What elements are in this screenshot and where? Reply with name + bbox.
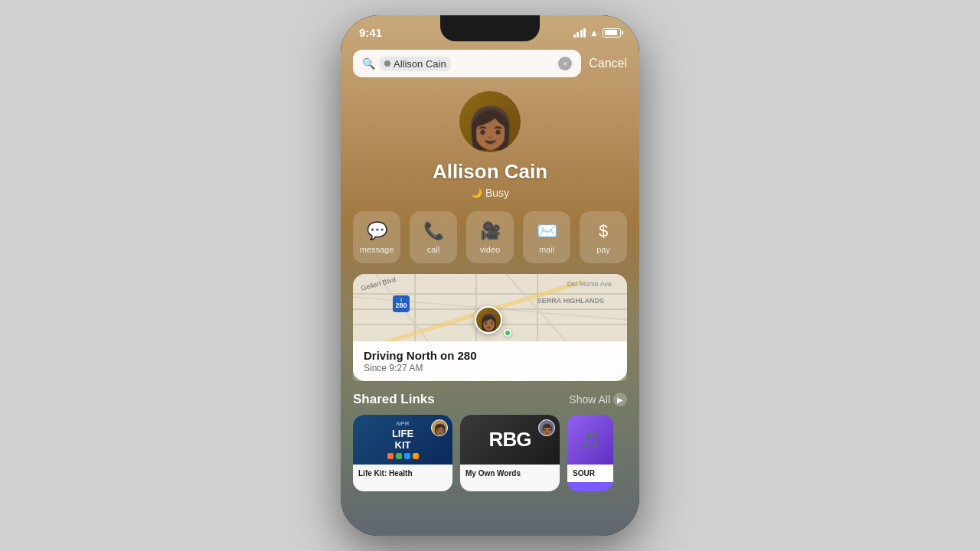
mail-label: mail <box>539 245 554 254</box>
profile-section: 👩🏾 Allison Cain 🌙 Busy <box>341 83 639 211</box>
clear-icon: × <box>563 60 567 68</box>
video-icon: 🎥 <box>480 221 501 241</box>
shared-links-scroll: NPR LIFE KIT <box>353 415 627 491</box>
action-buttons: 💬 message 📞 call 🎥 video ✉️ mail $ pay <box>341 211 639 274</box>
link-card-my-words[interactable]: RBG 👨🏾 My Own Words <box>460 415 560 491</box>
moon-icon: 🌙 <box>471 187 482 198</box>
show-all-button[interactable]: Show All ▶ <box>569 393 627 406</box>
my-words-card-text: My Own Words <box>460 465 560 482</box>
mail-icon: ✉️ <box>537 221 557 241</box>
status-indicator: 🌙 Busy <box>471 187 509 199</box>
pay-icon: $ <box>599 221 608 241</box>
contact-name: Allison Cain <box>433 160 547 184</box>
life-kit-card-text: Life Kit: Health <box>353 465 452 482</box>
map-label-3: SERRA HIGHLANDS <box>537 297 604 305</box>
sour-card-image: 🎵 <box>567 415 613 465</box>
search-clear-button[interactable]: × <box>558 57 572 70</box>
message-button[interactable]: 💬 message <box>353 211 400 263</box>
shared-links-title: Shared Links <box>353 392 435 407</box>
phone-screen: 9:41 ▲ 🔍 Allison Cain <box>341 15 639 536</box>
search-contact-tag: Allison Cain <box>380 57 451 71</box>
pay-label: pay <box>596 245 610 254</box>
map-label-2: Del Monte Ave <box>567 280 612 288</box>
video-label: video <box>480 245 500 254</box>
wifi-icon: ▲ <box>590 28 599 38</box>
show-all-icon: ▶ <box>613 393 627 406</box>
show-all-label: Show All <box>569 393 610 406</box>
svg-line-1 <box>506 274 567 343</box>
map-user-avatar: 👩🏾 <box>475 306 502 334</box>
signal-bars-icon <box>573 28 586 37</box>
phone-frame: 9:41 ▲ 🔍 Allison Cain <box>341 15 639 536</box>
search-container: 🔍 Allison Cain × Cancel <box>341 44 639 83</box>
link-card-life-kit[interactable]: NPR LIFE KIT <box>353 415 452 491</box>
map-time-text: Since 9:27 AM <box>364 363 616 373</box>
sour-card-text: SOUR <box>567 465 613 482</box>
pay-button[interactable]: $ pay <box>580 211 627 263</box>
link-card-my-words-image: RBG 👨🏾 <box>460 415 560 465</box>
message-icon: 💬 <box>367 221 387 241</box>
map-overlay: Driving North on 280 Since 9:27 AM <box>353 341 627 381</box>
avatar: 👩🏾 <box>459 91 521 152</box>
message-label: message <box>360 245 394 254</box>
mail-button[interactable]: ✉️ mail <box>523 211 570 263</box>
search-bar[interactable]: 🔍 Allison Cain × <box>353 50 581 77</box>
contact-dot <box>384 60 390 67</box>
search-icon: 🔍 <box>362 57 375 70</box>
battery-icon <box>603 28 621 37</box>
life-kit-title: Life Kit: Health <box>358 468 447 478</box>
sour-title: SOUR <box>573 468 608 478</box>
search-contact-name: Allison Cain <box>394 58 446 70</box>
cancel-button[interactable]: Cancel <box>589 57 627 70</box>
status-text: Busy <box>485 187 509 199</box>
call-icon: 📞 <box>423 221 444 241</box>
my-words-sender-avatar: 👨🏾 <box>538 419 555 436</box>
highway-badge: I 280 <box>393 295 410 312</box>
notch <box>440 15 540 41</box>
life-kit-sender-avatar: 👩🏾 <box>431 419 448 436</box>
map-location-pin <box>504 329 511 337</box>
call-button[interactable]: 📞 call <box>410 211 457 263</box>
map-location-text: Driving North on 280 <box>364 349 616 362</box>
link-card-life-kit-image: NPR LIFE KIT <box>353 415 452 465</box>
status-time: 9:41 <box>359 26 382 39</box>
map-section[interactable]: I 280 Gellert Blvd Del Monte Ave SERRA H… <box>353 274 627 381</box>
video-button[interactable]: 🎥 video <box>466 211 514 263</box>
memoji-avatar: 👩🏾 <box>466 108 515 148</box>
shared-links-section: Shared Links Show All ▶ NPR LIFE <box>341 392 639 491</box>
call-label: call <box>427 245 440 254</box>
shared-links-header: Shared Links Show All ▶ <box>353 392 627 407</box>
my-words-title: My Own Words <box>466 468 554 478</box>
status-icons: ▲ <box>573 28 621 38</box>
link-card-sour[interactable]: 🎵 SOUR <box>567 415 613 491</box>
